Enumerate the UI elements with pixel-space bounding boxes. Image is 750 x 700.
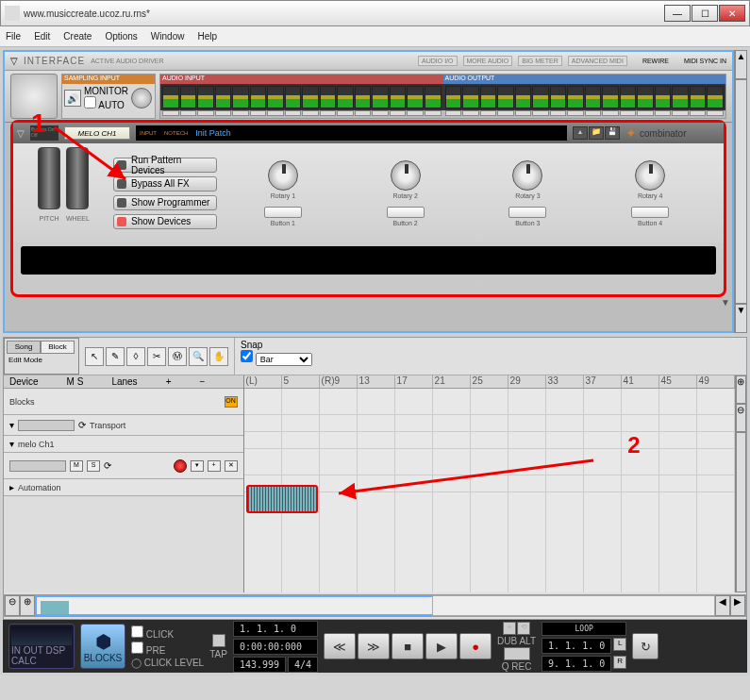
eraser-tool[interactable]: ◊ [126, 347, 145, 366]
show-programmer-button[interactable]: Show Programmer [113, 195, 217, 210]
loop-r-button[interactable]: R [613, 656, 626, 669]
fold-icon[interactable]: ▾ [9, 439, 14, 449]
scroll-right-button[interactable]: ▶ [730, 595, 745, 616]
menu-help[interactable]: Help [197, 31, 217, 42]
overview[interactable]: ⊖ ⊕ ◀ ▶ [4, 594, 746, 617]
play-button[interactable]: ▶ [425, 633, 458, 659]
mute-button[interactable]: M [70, 460, 83, 472]
pre-checkbox[interactable] [131, 642, 143, 654]
zoom-in-button[interactable]: ⊕ [20, 595, 35, 616]
snap-checkbox[interactable] [241, 350, 253, 362]
rewind-button[interactable]: ≪ [324, 633, 356, 659]
mute-tool[interactable]: Ⓜ [168, 347, 187, 366]
click-checkbox[interactable] [131, 625, 143, 638]
tab-audio-io[interactable]: AUDIO I/O [418, 56, 457, 66]
fold-icon[interactable]: ▽ [10, 56, 18, 66]
menu-file[interactable]: File [6, 31, 21, 42]
loop-left-display[interactable]: 1. 1. 1. 0 [542, 638, 611, 654]
maximize-button[interactable]: ☐ [692, 5, 718, 22]
patch-lcd: INPUT NOTECH Init Patch [136, 125, 567, 141]
solo-button[interactable]: S [87, 460, 100, 472]
dub-alt-button[interactable]: ⟲ [517, 622, 530, 635]
razor-tool[interactable]: ✂ [147, 347, 166, 366]
snap-select[interactable]: Bar [256, 353, 312, 366]
tab-adv-midi[interactable]: ADVANCED MIDI [568, 56, 627, 66]
fastfwd-button[interactable]: ≫ [358, 633, 390, 659]
time-ruler[interactable]: (L)5(R)913172125293337414549 [244, 375, 735, 389]
record-arm-button[interactable] [174, 459, 187, 473]
patch-name[interactable]: Init Patch [195, 128, 231, 138]
loop-right-display[interactable]: 9. 1. 1. 0 [542, 656, 611, 672]
click-level-knob[interactable]: ◯ [131, 658, 142, 668]
remove-lane-button[interactable]: − [199, 376, 205, 387]
blocks-on-button[interactable]: ON [225, 396, 238, 408]
close-button[interactable]: ✕ [719, 5, 745, 22]
fold-icon[interactable]: ▽ [17, 128, 25, 139]
scroll-left-button[interactable]: ◀ [715, 595, 730, 616]
menu-window[interactable]: Window [151, 31, 185, 42]
position-display[interactable]: 1. 1. 1. 0 [233, 621, 318, 637]
track-automation[interactable]: ▸ Automation [4, 479, 243, 496]
lane-transport[interactable] [244, 415, 735, 432]
lane-blocks[interactable] [244, 389, 735, 415]
block-mode-button[interactable]: Block [41, 341, 75, 354]
tab-big-meter[interactable]: BIG METER [518, 56, 562, 66]
rotary-4-knob[interactable] [635, 160, 665, 191]
lane-menu-button[interactable]: ▾ [191, 460, 204, 472]
refresh-button[interactable]: ↻ [632, 633, 658, 659]
magnify-tool[interactable]: 🔍 [189, 347, 208, 366]
rotary-1-knob[interactable] [268, 160, 298, 191]
audio-clip[interactable] [246, 485, 318, 513]
add-lane-button[interactable]: + [166, 376, 172, 387]
monitor-icon[interactable]: 🔊 [64, 90, 81, 107]
rotary-3-knob[interactable] [512, 160, 542, 191]
minimize-button[interactable]: — [664, 5, 691, 22]
lane-add-button[interactable]: + [208, 460, 221, 472]
arrange-view[interactable]: (L)5(R)913172125293337414549 2 [244, 375, 735, 592]
patch-save-button[interactable]: 💾 [605, 126, 620, 140]
stop-button[interactable]: ■ [392, 633, 424, 659]
show-devices-button[interactable]: Show Devices [113, 214, 217, 229]
rotary-2-knob[interactable] [391, 160, 421, 191]
pencil-tool[interactable]: ✎ [106, 347, 125, 366]
loop-l-button[interactable]: L [613, 638, 626, 651]
scroll-down-icon[interactable]: ▼ [721, 297, 730, 308]
song-mode-button[interactable]: Song [7, 341, 41, 354]
menu-edit[interactable]: Edit [34, 31, 50, 42]
comb-button-4[interactable] [631, 207, 669, 218]
track-transport[interactable]: ▾ ⟳ Transport [4, 415, 243, 436]
auto-label: AUTO [98, 100, 125, 110]
comb-button-2[interactable] [387, 207, 425, 218]
qrec-button[interactable] [504, 647, 530, 660]
record-button[interactable]: ● [459, 633, 492, 659]
lane-melo-header[interactable] [244, 432, 735, 449]
comb-button-1[interactable] [264, 207, 302, 218]
tempo-display[interactable]: 143.999 [233, 657, 286, 673]
menu-options[interactable]: Options [105, 31, 137, 42]
comb-button-3[interactable] [508, 207, 546, 218]
menubar: File Edit Create Options Window Help [0, 26, 750, 47]
track-blocks[interactable]: Blocks ON [4, 389, 243, 415]
loop-label[interactable]: LOOP [542, 622, 626, 636]
lane-del-button[interactable]: ✕ [225, 460, 238, 472]
signature-display[interactable]: 4/4 [288, 657, 318, 673]
fold-icon[interactable]: ▾ [9, 420, 14, 430]
expand-icon[interactable]: ▸ [9, 482, 14, 492]
tab-more-audio[interactable]: MORE AUDIO [463, 56, 513, 66]
seq-vscroll[interactable]: ⊕⊖ [735, 375, 746, 592]
patch-prev-button[interactable]: ▴ [573, 126, 588, 140]
tap-button[interactable] [212, 634, 225, 647]
menu-create[interactable]: Create [63, 31, 92, 42]
hand-tool[interactable]: ✋ [209, 347, 228, 366]
zoom-out-button[interactable]: ⊖ [5, 595, 20, 616]
dub-plus-button[interactable]: + [503, 622, 516, 635]
arrow-tool[interactable]: ↖ [85, 347, 104, 366]
track-melo-header[interactable]: ▾ melo Ch1 [4, 436, 243, 453]
blocks-mode-button[interactable]: ⬢ BLOCKS [80, 624, 125, 669]
patch-browse-button[interactable]: 📁 [589, 126, 604, 140]
auto-checkbox[interactable] [84, 96, 96, 108]
rack-scrollbar[interactable]: ▲▼ [734, 50, 747, 333]
time-display[interactable]: 0:00:00:000 [233, 639, 318, 655]
track-melo-lane[interactable]: M S ⟳ ▾ + ✕ [4, 453, 243, 479]
level-knob[interactable] [131, 88, 152, 108]
